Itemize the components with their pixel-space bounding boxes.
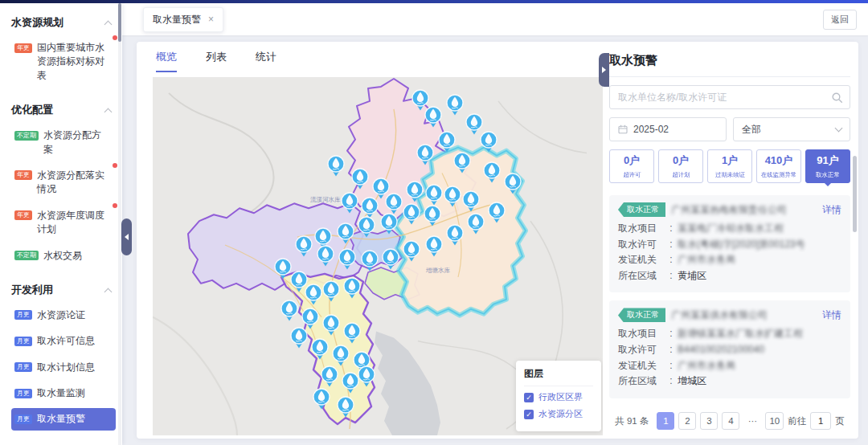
open-tab-water-warning[interactable]: 取水量预警 × bbox=[143, 7, 223, 32]
water-intake-marker[interactable] bbox=[361, 250, 379, 271]
legend-label: 行政区区界 bbox=[538, 391, 583, 403]
water-intake-marker[interactable] bbox=[305, 284, 322, 305]
sidebar-item[interactable]: 年更水资源年度调度计划 bbox=[11, 205, 116, 241]
tab-列表[interactable]: 列表 bbox=[206, 50, 227, 72]
water-intake-marker[interactable] bbox=[338, 248, 356, 270]
field-label: 所在区域 bbox=[618, 375, 665, 388]
sidebar-item[interactable]: 月更取水计划信息 bbox=[11, 357, 116, 378]
water-intake-marker[interactable] bbox=[317, 245, 334, 267]
water-intake-marker[interactable] bbox=[342, 372, 359, 394]
water-intake-marker[interactable] bbox=[301, 308, 319, 329]
legend-item-水资源分区[interactable]: ✓水资源分区 bbox=[524, 408, 593, 420]
water-intake-marker[interactable] bbox=[462, 190, 480, 212]
tab-统计[interactable]: 统计 bbox=[256, 50, 276, 72]
stat-filter-超计划[interactable]: 0户超计划 bbox=[658, 149, 703, 183]
sidebar-section-header[interactable]: 优化配置 bbox=[11, 91, 122, 120]
tab-概览[interactable]: 概览 bbox=[156, 50, 177, 72]
water-intake-marker[interactable] bbox=[358, 365, 375, 387]
water-intake-marker[interactable] bbox=[274, 258, 292, 280]
page-button-1[interactable]: 1 bbox=[657, 412, 674, 430]
sidebar-item[interactable]: 不定期水权交易 bbox=[11, 245, 116, 267]
field-colon: : bbox=[665, 254, 678, 267]
sidebar-collapse-handle[interactable] bbox=[121, 218, 132, 255]
page-button-3[interactable]: 3 bbox=[700, 412, 718, 430]
sidebar-item[interactable]: 月更取水许可信息 bbox=[11, 330, 116, 352]
water-intake-marker[interactable] bbox=[403, 240, 420, 262]
water-intake-marker[interactable] bbox=[380, 213, 398, 235]
water-drop-icon bbox=[438, 131, 456, 153]
water-intake-marker[interactable] bbox=[467, 213, 485, 235]
sidebar-section-header[interactable]: 长效保护 bbox=[11, 435, 122, 445]
stat-filter-过期未续证[interactable]: 1户过期未续证 bbox=[707, 149, 752, 183]
water-intake-marker[interactable] bbox=[361, 197, 379, 218]
water-intake-marker[interactable] bbox=[382, 248, 399, 270]
water-intake-marker[interactable] bbox=[483, 161, 501, 183]
water-intake-marker[interactable] bbox=[424, 106, 442, 128]
water-intake-marker[interactable] bbox=[313, 388, 330, 410]
water-intake-marker[interactable] bbox=[343, 322, 361, 344]
water-intake-marker[interactable] bbox=[424, 205, 441, 227]
water-intake-marker[interactable] bbox=[321, 365, 338, 387]
water-intake-marker[interactable] bbox=[337, 396, 354, 418]
status-select[interactable]: 全部 bbox=[733, 117, 850, 141]
back-button[interactable]: 返回 bbox=[823, 10, 857, 30]
water-intake-marker[interactable] bbox=[358, 216, 375, 238]
field-value: 增城区 bbox=[678, 375, 706, 388]
water-intake-marker[interactable] bbox=[504, 173, 522, 194]
water-intake-marker[interactable] bbox=[446, 224, 464, 246]
water-intake-marker[interactable] bbox=[280, 300, 298, 321]
page-button-4[interactable]: 4 bbox=[722, 412, 739, 430]
legend-item-行政区区界[interactable]: ✓行政区区界 bbox=[524, 391, 593, 403]
water-intake-marker[interactable] bbox=[322, 314, 340, 336]
water-intake-marker[interactable] bbox=[446, 94, 464, 116]
water-intake-marker[interactable] bbox=[425, 235, 443, 257]
scrollbar-thumb[interactable] bbox=[118, 3, 121, 42]
search-input[interactable] bbox=[618, 92, 827, 103]
water-intake-marker[interactable] bbox=[322, 280, 340, 302]
water-intake-marker[interactable] bbox=[425, 184, 443, 206]
checkbox-checked-icon[interactable]: ✓ bbox=[524, 393, 534, 402]
water-intake-marker[interactable] bbox=[311, 338, 329, 360]
page-button-10[interactable]: 10 bbox=[765, 412, 784, 430]
water-intake-marker[interactable] bbox=[438, 131, 456, 153]
water-intake-marker[interactable] bbox=[337, 222, 354, 244]
detail-link[interactable]: 详情 bbox=[822, 203, 841, 217]
sidebar-item[interactable]: 年更国内重要城市水资源指标对标对表 bbox=[11, 37, 116, 87]
close-icon[interactable]: × bbox=[208, 14, 214, 24]
page-button-2[interactable]: 2 bbox=[678, 412, 696, 430]
status-badge: 取水正常 bbox=[618, 308, 665, 322]
water-intake-marker[interactable] bbox=[480, 131, 497, 153]
water-intake-marker[interactable] bbox=[295, 235, 313, 257]
detail-link[interactable]: 详情 bbox=[822, 308, 841, 322]
sidebar-item[interactable]: 月更取水量监测 bbox=[11, 382, 116, 404]
water-intake-marker[interactable] bbox=[488, 202, 506, 223]
sidebar-item[interactable]: 月更水资源论证 bbox=[11, 304, 116, 326]
month-picker[interactable]: 2025-02 bbox=[609, 117, 727, 141]
water-intake-marker[interactable] bbox=[416, 144, 434, 165]
water-intake-marker[interactable] bbox=[290, 327, 308, 349]
map-canvas[interactable]: 流溪河水库增塘水库 图层 ✓行政区区界✓水资源分区 bbox=[153, 77, 603, 435]
water-intake-marker[interactable] bbox=[453, 152, 471, 174]
stat-filter-取水正常[interactable]: 91户取水正常 bbox=[805, 149, 850, 183]
sidebar-section-header[interactable]: 开发利用 bbox=[11, 271, 122, 300]
checkbox-checked-icon[interactable]: ✓ bbox=[524, 410, 534, 419]
sidebar-item[interactable]: 年更水资源分配落实情况 bbox=[11, 165, 116, 201]
water-intake-marker[interactable] bbox=[385, 193, 403, 214]
stat-filter-在线监测异常[interactable]: 410户在线监测异常 bbox=[756, 149, 801, 183]
water-intake-marker[interactable] bbox=[444, 186, 461, 207]
water-intake-marker[interactable] bbox=[332, 345, 350, 366]
water-intake-marker[interactable] bbox=[351, 168, 369, 190]
sidebar-section-header[interactable]: 水资源规划 bbox=[11, 3, 122, 33]
panel-scrollbar[interactable] bbox=[853, 156, 857, 232]
search-icon[interactable] bbox=[831, 92, 843, 104]
water-intake-marker[interactable] bbox=[403, 203, 420, 225]
water-intake-marker[interactable] bbox=[341, 192, 358, 214]
goto-page-input[interactable] bbox=[810, 412, 831, 430]
stat-filter-超许可[interactable]: 0户超许可 bbox=[609, 149, 654, 183]
water-intake-marker[interactable] bbox=[406, 181, 424, 202]
panel-collapse-handle[interactable] bbox=[599, 53, 609, 87]
water-intake-marker[interactable] bbox=[343, 277, 361, 299]
sidebar-item[interactable]: 月更取水量预警 bbox=[11, 408, 116, 430]
water-intake-marker[interactable] bbox=[327, 155, 345, 177]
sidebar-item[interactable]: 不定期水资源分配方案 bbox=[11, 125, 116, 161]
